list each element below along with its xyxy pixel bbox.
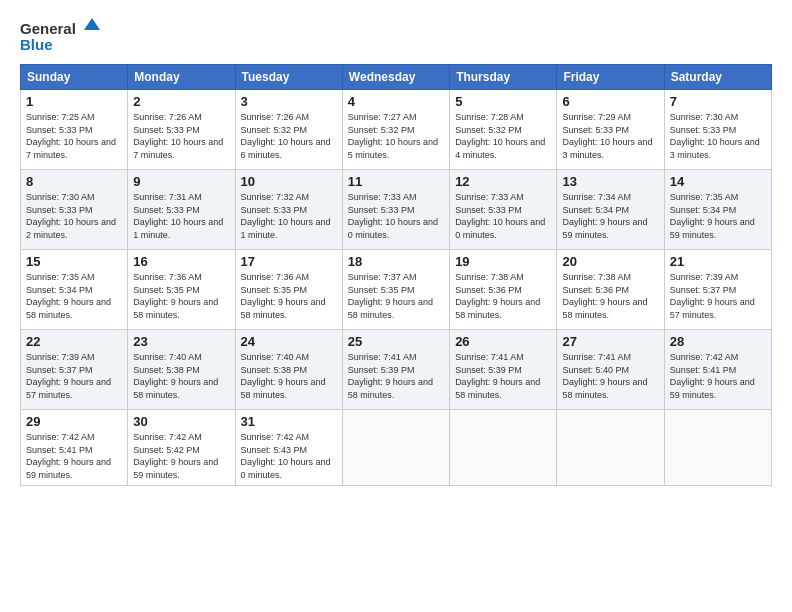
calendar-cell: 15 Sunrise: 7:35 AM Sunset: 5:34 PM Dayl… <box>21 250 128 330</box>
calendar-cell: 27 Sunrise: 7:41 AM Sunset: 5:40 PM Dayl… <box>557 330 664 410</box>
calendar-cell: 21 Sunrise: 7:39 AM Sunset: 5:37 PM Dayl… <box>664 250 771 330</box>
day-info: Sunrise: 7:31 AM Sunset: 5:33 PM Dayligh… <box>133 191 229 241</box>
calendar-cell: 24 Sunrise: 7:40 AM Sunset: 5:38 PM Dayl… <box>235 330 342 410</box>
daylight-label: Daylight: 10 hours and 0 minutes. <box>455 217 545 240</box>
calendar-cell: 5 Sunrise: 7:28 AM Sunset: 5:32 PM Dayli… <box>450 90 557 170</box>
day-info: Sunrise: 7:37 AM Sunset: 5:35 PM Dayligh… <box>348 271 444 321</box>
daylight-label: Daylight: 9 hours and 58 minutes. <box>241 297 326 320</box>
weekday-header: Friday <box>557 65 664 90</box>
calendar-cell: 30 Sunrise: 7:42 AM Sunset: 5:42 PM Dayl… <box>128 410 235 486</box>
sunset-label: Sunset: 5:39 PM <box>348 365 415 375</box>
day-number: 3 <box>241 94 337 109</box>
svg-marker-2 <box>84 18 100 30</box>
day-number: 15 <box>26 254 122 269</box>
daylight-label: Daylight: 10 hours and 0 minutes. <box>241 457 331 480</box>
day-number: 7 <box>670 94 766 109</box>
sunrise-label: Sunrise: 7:42 AM <box>26 432 95 442</box>
day-info: Sunrise: 7:26 AM Sunset: 5:33 PM Dayligh… <box>133 111 229 161</box>
calendar-cell: 28 Sunrise: 7:42 AM Sunset: 5:41 PM Dayl… <box>664 330 771 410</box>
sunrise-label: Sunrise: 7:42 AM <box>670 352 739 362</box>
sunrise-label: Sunrise: 7:26 AM <box>133 112 202 122</box>
logo-svg: General Blue <box>20 16 100 56</box>
sunset-label: Sunset: 5:34 PM <box>670 205 737 215</box>
calendar-cell: 4 Sunrise: 7:27 AM Sunset: 5:32 PM Dayli… <box>342 90 449 170</box>
day-number: 24 <box>241 334 337 349</box>
sunset-label: Sunset: 5:34 PM <box>562 205 629 215</box>
day-number: 16 <box>133 254 229 269</box>
calendar-cell: 26 Sunrise: 7:41 AM Sunset: 5:39 PM Dayl… <box>450 330 557 410</box>
sunrise-label: Sunrise: 7:42 AM <box>241 432 310 442</box>
calendar-cell: 1 Sunrise: 7:25 AM Sunset: 5:33 PM Dayli… <box>21 90 128 170</box>
day-info: Sunrise: 7:27 AM Sunset: 5:32 PM Dayligh… <box>348 111 444 161</box>
sunrise-label: Sunrise: 7:40 AM <box>241 352 310 362</box>
day-number: 28 <box>670 334 766 349</box>
sunrise-label: Sunrise: 7:35 AM <box>670 192 739 202</box>
day-info: Sunrise: 7:39 AM Sunset: 5:37 PM Dayligh… <box>26 351 122 401</box>
sunset-label: Sunset: 5:39 PM <box>455 365 522 375</box>
sunset-label: Sunset: 5:33 PM <box>26 125 93 135</box>
sunrise-label: Sunrise: 7:34 AM <box>562 192 631 202</box>
calendar-cell: 3 Sunrise: 7:26 AM Sunset: 5:32 PM Dayli… <box>235 90 342 170</box>
daylight-label: Daylight: 9 hours and 58 minutes. <box>455 297 540 320</box>
day-number: 22 <box>26 334 122 349</box>
day-info: Sunrise: 7:25 AM Sunset: 5:33 PM Dayligh… <box>26 111 122 161</box>
calendar-cell: 20 Sunrise: 7:38 AM Sunset: 5:36 PM Dayl… <box>557 250 664 330</box>
calendar-cell: 18 Sunrise: 7:37 AM Sunset: 5:35 PM Dayl… <box>342 250 449 330</box>
sunrise-label: Sunrise: 7:26 AM <box>241 112 310 122</box>
day-info: Sunrise: 7:41 AM Sunset: 5:40 PM Dayligh… <box>562 351 658 401</box>
day-number: 29 <box>26 414 122 429</box>
day-number: 11 <box>348 174 444 189</box>
sunset-label: Sunset: 5:40 PM <box>562 365 629 375</box>
daylight-label: Daylight: 9 hours and 58 minutes. <box>348 377 433 400</box>
sunrise-label: Sunrise: 7:33 AM <box>348 192 417 202</box>
day-number: 30 <box>133 414 229 429</box>
sunrise-label: Sunrise: 7:25 AM <box>26 112 95 122</box>
calendar-cell: 23 Sunrise: 7:40 AM Sunset: 5:38 PM Dayl… <box>128 330 235 410</box>
sunrise-label: Sunrise: 7:36 AM <box>133 272 202 282</box>
day-number: 10 <box>241 174 337 189</box>
sunrise-label: Sunrise: 7:41 AM <box>348 352 417 362</box>
day-number: 14 <box>670 174 766 189</box>
calendar-week-row: 8 Sunrise: 7:30 AM Sunset: 5:33 PM Dayli… <box>21 170 772 250</box>
sunrise-label: Sunrise: 7:33 AM <box>455 192 524 202</box>
daylight-label: Daylight: 10 hours and 7 minutes. <box>133 137 223 160</box>
calendar-cell: 31 Sunrise: 7:42 AM Sunset: 5:43 PM Dayl… <box>235 410 342 486</box>
day-number: 13 <box>562 174 658 189</box>
sunrise-label: Sunrise: 7:28 AM <box>455 112 524 122</box>
calendar-cell <box>450 410 557 486</box>
day-number: 19 <box>455 254 551 269</box>
daylight-label: Daylight: 10 hours and 5 minutes. <box>348 137 438 160</box>
sunrise-label: Sunrise: 7:31 AM <box>133 192 202 202</box>
day-number: 12 <box>455 174 551 189</box>
sunset-label: Sunset: 5:43 PM <box>241 445 308 455</box>
calendar-cell: 11 Sunrise: 7:33 AM Sunset: 5:33 PM Dayl… <box>342 170 449 250</box>
weekday-header: Thursday <box>450 65 557 90</box>
calendar-cell: 19 Sunrise: 7:38 AM Sunset: 5:36 PM Dayl… <box>450 250 557 330</box>
sunrise-label: Sunrise: 7:38 AM <box>455 272 524 282</box>
daylight-label: Daylight: 9 hours and 58 minutes. <box>26 297 111 320</box>
sunset-label: Sunset: 5:33 PM <box>133 205 200 215</box>
calendar-week-row: 1 Sunrise: 7:25 AM Sunset: 5:33 PM Dayli… <box>21 90 772 170</box>
day-info: Sunrise: 7:40 AM Sunset: 5:38 PM Dayligh… <box>241 351 337 401</box>
day-number: 31 <box>241 414 337 429</box>
daylight-label: Daylight: 9 hours and 58 minutes. <box>348 297 433 320</box>
weekday-header: Tuesday <box>235 65 342 90</box>
day-info: Sunrise: 7:39 AM Sunset: 5:37 PM Dayligh… <box>670 271 766 321</box>
daylight-label: Daylight: 9 hours and 58 minutes. <box>562 297 647 320</box>
daylight-label: Daylight: 10 hours and 6 minutes. <box>241 137 331 160</box>
day-info: Sunrise: 7:42 AM Sunset: 5:41 PM Dayligh… <box>26 431 122 481</box>
day-info: Sunrise: 7:35 AM Sunset: 5:34 PM Dayligh… <box>670 191 766 241</box>
daylight-label: Daylight: 9 hours and 57 minutes. <box>26 377 111 400</box>
sunset-label: Sunset: 5:35 PM <box>133 285 200 295</box>
sunset-label: Sunset: 5:41 PM <box>26 445 93 455</box>
day-number: 9 <box>133 174 229 189</box>
day-info: Sunrise: 7:32 AM Sunset: 5:33 PM Dayligh… <box>241 191 337 241</box>
day-number: 5 <box>455 94 551 109</box>
day-info: Sunrise: 7:30 AM Sunset: 5:33 PM Dayligh… <box>670 111 766 161</box>
day-info: Sunrise: 7:36 AM Sunset: 5:35 PM Dayligh… <box>241 271 337 321</box>
calendar-cell: 7 Sunrise: 7:30 AM Sunset: 5:33 PM Dayli… <box>664 90 771 170</box>
daylight-label: Daylight: 9 hours and 59 minutes. <box>670 217 755 240</box>
daylight-label: Daylight: 9 hours and 58 minutes. <box>133 297 218 320</box>
day-number: 8 <box>26 174 122 189</box>
day-info: Sunrise: 7:41 AM Sunset: 5:39 PM Dayligh… <box>455 351 551 401</box>
